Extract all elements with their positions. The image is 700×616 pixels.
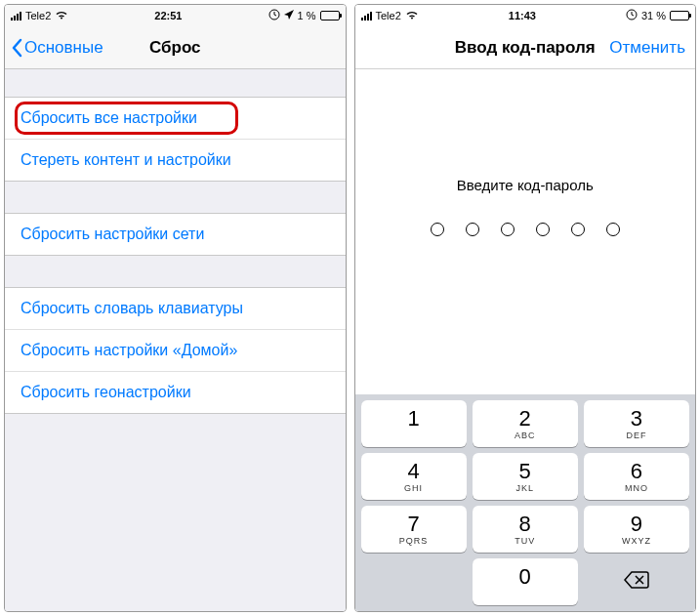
passcode-dots bbox=[431, 223, 620, 236]
signal-icon bbox=[11, 12, 21, 21]
location-icon bbox=[284, 10, 294, 21]
key-0[interactable]: 0 bbox=[473, 558, 578, 605]
key-8[interactable]: 8TUV bbox=[473, 506, 578, 553]
numeric-keypad: 1 2ABC 3DEF 4GHI 5JKL 6MNO 7PQRS 8TUV 9W… bbox=[355, 394, 696, 611]
status-bar: Tele2 11:43 31 % bbox=[355, 5, 696, 26]
passcode-prompt: Введите код-пароль bbox=[457, 177, 594, 193]
back-label: Основные bbox=[24, 38, 103, 58]
key-2[interactable]: 2ABC bbox=[473, 400, 578, 447]
signal-icon bbox=[361, 12, 372, 21]
passcode-prompt-area: Введите код-пароль bbox=[355, 69, 696, 394]
battery-icon bbox=[320, 11, 340, 21]
row-reset-home[interactable]: Сбросить настройки «Домой» bbox=[5, 330, 346, 372]
key-4[interactable]: 4GHI bbox=[361, 453, 467, 500]
key-blank bbox=[361, 558, 467, 605]
wifi-icon bbox=[405, 10, 419, 21]
row-erase-all[interactable]: Стереть контент и настройки bbox=[5, 140, 346, 181]
passcode-dot bbox=[606, 223, 620, 236]
carrier-label: Tele2 bbox=[25, 10, 51, 21]
passcode-dot bbox=[501, 223, 515, 236]
group-2: Сбросить настройки сети bbox=[5, 213, 346, 256]
nav-bar: Основные Сброс bbox=[5, 26, 346, 69]
phone-left-reset: Tele2 22:51 1 % Основные Сброс Сбросить … bbox=[4, 4, 347, 612]
passcode-dot bbox=[571, 223, 585, 236]
phone-right-passcode: Tele2 11:43 31 % Ввод код-пароля Отменит… bbox=[354, 4, 697, 612]
nav-bar: Ввод код-пароля Отменить bbox=[355, 26, 696, 69]
cancel-button[interactable]: Отменить bbox=[609, 38, 685, 58]
backspace-icon bbox=[623, 570, 650, 594]
key-backspace[interactable] bbox=[584, 558, 689, 605]
key-5[interactable]: 5JKL bbox=[473, 453, 578, 500]
passcode-dot bbox=[536, 223, 550, 236]
group-3: Сбросить словарь клавиатуры Сбросить нас… bbox=[5, 287, 346, 414]
row-reset-network[interactable]: Сбросить настройки сети bbox=[5, 214, 346, 255]
battery-icon bbox=[670, 11, 689, 21]
wifi-icon bbox=[55, 10, 68, 21]
rotation-lock-icon bbox=[268, 9, 280, 22]
row-reset-keyboard-dict[interactable]: Сбросить словарь клавиатуры bbox=[5, 288, 346, 330]
row-reset-all-settings[interactable]: Сбросить все настройки bbox=[5, 98, 346, 140]
key-1[interactable]: 1 bbox=[361, 400, 467, 447]
battery-pct: 1 % bbox=[298, 10, 316, 21]
passcode-screen: Введите код-пароль 1 2ABC 3DEF 4GHI 5JKL… bbox=[355, 69, 696, 611]
clock: 11:43 bbox=[509, 10, 536, 21]
clock: 22:51 bbox=[154, 10, 182, 21]
page-title: Ввод код-пароля bbox=[455, 38, 596, 58]
key-9[interactable]: 9WXYZ bbox=[584, 506, 689, 553]
carrier-label: Tele2 bbox=[376, 10, 401, 21]
status-bar: Tele2 22:51 1 % bbox=[5, 5, 346, 26]
reset-list: Сбросить все настройки Стереть контент и… bbox=[5, 69, 346, 611]
group-1: Сбросить все настройки Стереть контент и… bbox=[5, 97, 346, 182]
page-title: Сброс bbox=[149, 38, 201, 58]
battery-pct: 31 % bbox=[641, 10, 666, 21]
key-3[interactable]: 3DEF bbox=[584, 400, 689, 447]
key-7[interactable]: 7PQRS bbox=[361, 506, 467, 553]
rotation-lock-icon bbox=[626, 9, 638, 22]
back-button[interactable]: Основные bbox=[11, 38, 103, 58]
key-6[interactable]: 6MNO bbox=[584, 453, 689, 500]
passcode-dot bbox=[431, 223, 444, 236]
passcode-dot bbox=[466, 223, 479, 236]
row-reset-location[interactable]: Сбросить геонастройки bbox=[5, 372, 346, 413]
